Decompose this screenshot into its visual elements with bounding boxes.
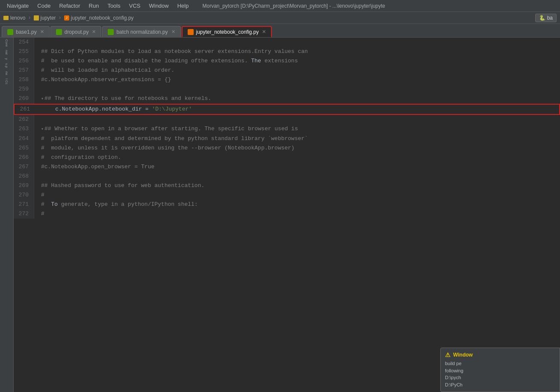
- table-row: 258 #c.NotebookApp.nbserver_extensions =…: [14, 75, 560, 85]
- highlighted-code-line: 261 c.NotebookApp.notebook_dir = 'D:\Jup…: [14, 104, 560, 115]
- table-row: 266 # configuration option.: [14, 153, 560, 162]
- breadcrumb-sep-1: ›: [28, 15, 31, 21]
- table-row: 269 ## Hashed password to use for web au…: [14, 181, 560, 190]
- py-icon-3: [108, 29, 114, 35]
- table-row: 255 ## Dict of Python modules to load as…: [14, 47, 560, 56]
- window-title: Morvan_pytorch [D:\PyCharm_project\Morva…: [202, 3, 557, 9]
- table-row: 257 # will be loaded in alphabetical ord…: [14, 66, 560, 75]
- tab-close-4[interactable]: ✕: [262, 29, 266, 35]
- menu-bar: Navigate Code Refactor Run Tools VCS Win…: [0, 0, 560, 12]
- tab-base1[interactable]: base1.py ✕: [2, 26, 50, 37]
- table-row: 265 # module, unless it is overridden us…: [14, 143, 560, 153]
- menu-vcs[interactable]: VCS: [126, 2, 144, 10]
- folder-icon: [3, 16, 9, 20]
- folder-icon-2: [34, 15, 39, 20]
- table-row: 270 #: [14, 190, 560, 200]
- tab-close-3[interactable]: ✕: [171, 29, 175, 35]
- breadcrumb-right-area: 🐍 ba: [535, 15, 557, 21]
- warning-icon: ⚠: [445, 351, 451, 358]
- notification-header: ⚠ Window: [445, 351, 555, 358]
- notification-body: build pefollowingD:\pychD:\PyCh: [445, 360, 555, 388]
- tab-dropout[interactable]: dropout.py ✕: [50, 26, 102, 37]
- table-row: 260 ▾## The directory to use for noteboo…: [14, 94, 560, 104]
- main-content: Core nal y s.p rie l Cc 254 255 ## Dict …: [0, 38, 560, 392]
- table-row: 254: [14, 38, 560, 47]
- tabs-bar: base1.py ✕ dropout.py ✕ batch normalizat…: [0, 24, 560, 38]
- menu-window[interactable]: Window: [145, 2, 172, 10]
- breadcrumb-bar: lenovo › jupyter › J jupyter_notebook_co…: [0, 12, 560, 24]
- py-icon-2: [56, 29, 62, 35]
- sidebar-label-y: y: [5, 58, 9, 60]
- sidebar-label-lc: l Cc: [5, 79, 9, 85]
- menu-navigate[interactable]: Navigate: [3, 2, 32, 10]
- breadcrumb-file[interactable]: J jupyter_notebook_config.py: [64, 15, 134, 21]
- table-row: 272 #: [14, 209, 560, 219]
- left-sidebar: Core nal y s.p rie l Cc: [0, 38, 14, 392]
- table-row: 259: [14, 85, 560, 94]
- menu-run[interactable]: Run: [85, 2, 103, 10]
- table-row: 268: [14, 172, 560, 181]
- breadcrumb-lenovo[interactable]: lenovo: [3, 15, 25, 21]
- menu-tools[interactable]: Tools: [104, 2, 124, 10]
- table-row: 271 # To generate, type in a python/IPyt…: [14, 200, 560, 209]
- table-row: 267 #c.NotebookApp.open_browser = True: [14, 162, 560, 172]
- notification-popup: ⚠ Window build pefollowingD:\pychD:\PyCh: [440, 348, 560, 392]
- notification-title: Window: [453, 352, 473, 358]
- sidebar-label-core: Core: [5, 39, 9, 47]
- code-lines: 254 255 ## Dict of Python modules to loa…: [14, 38, 560, 219]
- tab-close-1[interactable]: ✕: [40, 29, 44, 35]
- table-row: 264 # platform dependent and determined …: [14, 134, 560, 143]
- table-row: 262: [14, 115, 560, 124]
- jupyter-tab-icon: [188, 29, 194, 35]
- code-editor[interactable]: 254 255 ## Dict of Python modules to loa…: [14, 38, 560, 392]
- tab-close-2[interactable]: ✕: [92, 29, 96, 35]
- tab-batch[interactable]: batch normalization.py ✕: [102, 26, 180, 37]
- tab-jupyter-config[interactable]: jupyter_notebook_config.py ✕: [182, 26, 272, 37]
- sidebar-label-nal: nal: [5, 50, 9, 55]
- breadcrumb-jupyter[interactable]: jupyter: [34, 15, 56, 21]
- breadcrumb-sep-2: ›: [59, 15, 62, 21]
- table-row: 256 # be used to enable and disable the …: [14, 56, 560, 66]
- sidebar-label-rie: rie: [5, 71, 9, 75]
- sidebar-label-sp: s.p: [5, 63, 9, 68]
- jupyter-icon: J: [64, 15, 69, 20]
- menu-refactor[interactable]: Refactor: [56, 2, 83, 10]
- python-button[interactable]: 🐍 ba: [535, 14, 557, 22]
- menu-code[interactable]: Code: [34, 2, 54, 10]
- menu-help[interactable]: Help: [174, 2, 192, 10]
- py-icon-1: [7, 29, 13, 35]
- table-row: 263 ▾## Whether to open in a browser aft…: [14, 124, 560, 134]
